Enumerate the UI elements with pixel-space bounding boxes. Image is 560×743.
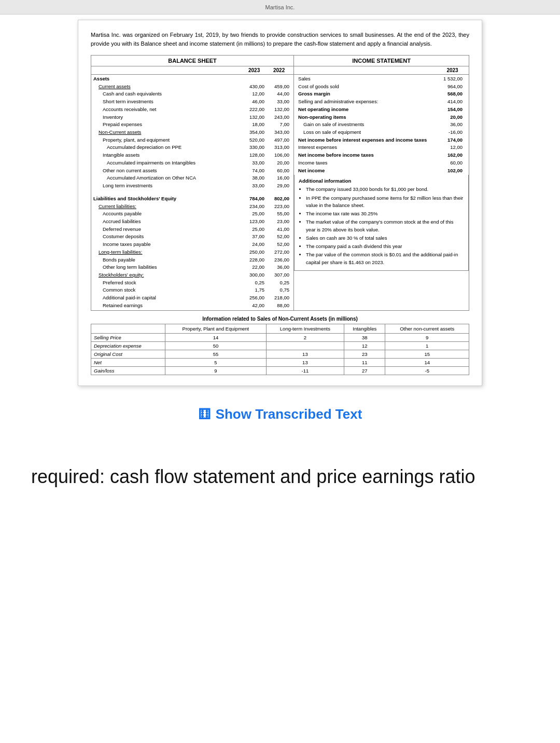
bs-val-2023: 256,00 <box>242 294 267 302</box>
bs-label: Bonds payable <box>93 256 242 264</box>
bs-label: Stockholders' equity: <box>93 271 242 279</box>
nca-val: 13 <box>266 358 344 366</box>
nca-title: Information related to Sales of Non-Curr… <box>91 316 469 322</box>
nca-val: 23 <box>344 350 385 358</box>
list-item: Sales on cash are 30 % of total sales <box>306 235 464 242</box>
balance-sheet-panel: BALANCE SHEET 2023 2022 Assets Current a… <box>91 55 294 311</box>
transcribe-button[interactable]: ⚅ Show Transcribed Text <box>198 406 362 423</box>
bs-val-2023: 222,00 <box>242 106 267 114</box>
is-label: Interest expenses <box>298 144 436 152</box>
bs-row: Intangible assets 128,00 106,00 <box>93 152 291 159</box>
nca-val: 38 <box>344 333 385 341</box>
bs-row: Cash and cash equivalents 12,00 44,00 <box>93 90 291 98</box>
bs-spacer <box>91 190 293 195</box>
nca-val: 5 <box>165 358 266 366</box>
bs-val-2022: 44,00 <box>267 90 291 98</box>
bs-val-2022: 0,25 <box>267 279 291 287</box>
list-item: The company issued 33,000 bonds for $1,0… <box>306 186 464 193</box>
bs-label: Liabilities and Stockholders' Equity <box>93 195 242 203</box>
is-label: Loss on sale of equipment <box>298 129 436 136</box>
bs-label: Assets <box>93 75 242 83</box>
is-label: Gross margin <box>298 90 436 98</box>
bs-val-2022: 0,75 <box>267 286 291 294</box>
bs-val-2023: 784,00 <box>242 195 267 203</box>
bs-row: Current assets 430,00 459,00 <box>93 83 291 91</box>
is-val: 162,00 <box>436 152 465 159</box>
is-val: 102,00 <box>436 167 465 175</box>
is-row: Interest expenses 12,00 <box>296 144 467 152</box>
bs-label: Prepaid expenses <box>93 121 242 129</box>
bs-label: Intangible assets <box>93 152 242 159</box>
bs-val-2023: 300,00 <box>242 271 267 279</box>
bs-row: Liabilities and Stockholders' Equity 784… <box>93 195 291 203</box>
bs-val-2023: 1,75 <box>242 286 267 294</box>
bs-val-2022 <box>267 75 291 83</box>
nca-header-ppe: Property, Plant and Equipment <box>165 324 266 333</box>
bs-val-2023 <box>242 75 267 83</box>
is-val: 36,00 <box>436 121 465 129</box>
balance-sheet-title: BALANCE SHEET <box>91 56 293 66</box>
bs-label: Preferred stock <box>93 279 242 287</box>
bs-row: Accounts receivable, net 222,00 132,00 <box>93 106 291 114</box>
nca-label: Depreciation expense <box>91 341 165 350</box>
bs-assets-section: Assets Current assets 430,00 459,00 Cash… <box>91 75 293 190</box>
bs-val-2022: 802,00 <box>267 195 291 203</box>
bs-val-2022: 106,00 <box>267 152 291 159</box>
nca-val: 2 <box>266 333 344 341</box>
bs-row: Accounts payable 25,00 55,00 <box>93 210 291 218</box>
bs-label: Common stock <box>93 286 242 294</box>
is-label: Non-operating items <box>298 114 436 121</box>
bs-row: Accumulated impairments on Intangibles 3… <box>93 159 291 167</box>
bs-val-2023: 46,00 <box>242 98 267 106</box>
is-val: 174,00 <box>436 136 465 144</box>
is-row: Income taxes 60,00 <box>296 159 467 167</box>
bs-row: Bonds payable 228,00 236,00 <box>93 256 291 264</box>
is-val: 20,00 <box>436 114 465 121</box>
bs-val-2023: 123,00 <box>242 218 267 226</box>
bs-label: Accounts receivable, net <box>93 106 242 114</box>
bs-val-2022: 88,00 <box>267 302 291 310</box>
is-label: Income taxes <box>298 159 436 167</box>
nca-row-depreciation: Depreciation expense 50 12 1 <box>91 341 469 350</box>
bs-row: Income taxes payable 24,00 52,00 <box>93 241 291 249</box>
bs-val-2022: 52,00 <box>267 233 291 241</box>
nca-row-gainloss: Gain/loss 9 -11 27 -5 <box>91 366 469 375</box>
bs-row: Accrued liabilities 123,00 23,00 <box>93 218 291 226</box>
bs-row: Other non current assets 74,00 60,00 <box>93 167 291 175</box>
bs-label: Short term investments <box>93 98 242 106</box>
is-label: Net income before income taxes <box>298 152 436 159</box>
nca-val: 27 <box>344 366 385 375</box>
is-row: Selling and administrative expenses: 414… <box>296 98 467 106</box>
bs-row: Inventory 132,00 243,00 <box>93 114 291 121</box>
bs-val-2023: 33,00 <box>242 159 267 167</box>
additional-info-section: Additional information The company issue… <box>294 175 469 271</box>
nca-label: Original Cost <box>91 350 165 358</box>
nca-header-intangibles: Intangibles <box>344 324 385 333</box>
nca-label: Selling Price <box>91 333 165 341</box>
bs-row: Stockholders' equity: 300,00 307,00 <box>93 271 291 279</box>
bs-val-2023: 24,00 <box>242 241 267 249</box>
is-val: -16,00 <box>436 129 465 136</box>
bs-val-2023: 25,00 <box>242 210 267 218</box>
nca-val: 55 <box>165 350 266 358</box>
top-bar-text: Martisa Inc. <box>265 4 295 10</box>
nca-val: 50 <box>165 341 266 350</box>
bottom-text-content: required: cash flow statement and price … <box>31 466 475 487</box>
bs-row: Prepaid expenses 18,00 7,00 <box>93 121 291 129</box>
bs-label: Cash and cash equivalents <box>93 90 242 98</box>
bs-val-2023: 520,00 <box>242 136 267 144</box>
nca-table: Property, Plant and Equipment Long-term … <box>91 324 469 375</box>
bs-val-2023: 12,00 <box>242 90 267 98</box>
nca-val: 12 <box>344 341 385 350</box>
bs-val-2023: 250,00 <box>242 249 267 256</box>
nca-section: Information related to Sales of Non-Curr… <box>91 316 469 375</box>
is-row: Cost of goods sold 964,00 <box>296 83 467 91</box>
is-row: Loss on sale of equipment -16,00 <box>296 129 467 136</box>
bs-val-2022: 7,00 <box>267 121 291 129</box>
additional-info-list: The company issued 33,000 bonds for $1,0… <box>299 186 464 266</box>
bs-val-2023: 22,00 <box>242 264 267 271</box>
is-row: Non-operating items 20,00 <box>296 114 467 121</box>
bs-row: Current liabilities: 234,00 223,00 <box>93 203 291 211</box>
bs-label: Property, plant, and equipment <box>93 136 242 144</box>
bs-row: Assets <box>93 75 291 83</box>
